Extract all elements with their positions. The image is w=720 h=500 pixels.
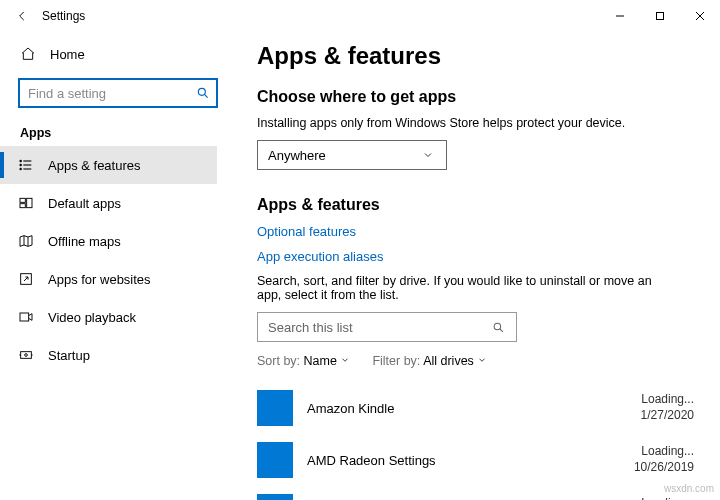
app-status: Loading... — [634, 444, 694, 460]
svg-point-2 — [198, 88, 205, 95]
page-title: Apps & features — [257, 42, 702, 70]
sidebar-item-apps-features[interactable]: Apps & features — [0, 146, 217, 184]
sidebar-item-label: Apps & features — [48, 158, 141, 173]
list-search-placeholder: Search this list — [268, 320, 353, 335]
svg-point-16 — [25, 354, 28, 357]
sidebar-item-apps-websites[interactable]: Apps for websites — [0, 260, 217, 298]
app-status: Loading... — [641, 392, 694, 408]
app-tile-icon — [257, 494, 293, 500]
app-tile-icon — [257, 442, 293, 478]
search-icon — [490, 319, 506, 335]
svg-point-7 — [20, 160, 21, 161]
minimize-button[interactable] — [600, 2, 640, 30]
maximize-button[interactable] — [640, 2, 680, 30]
sidebar-item-label: Offline maps — [48, 234, 121, 249]
app-status: Loading... — [634, 496, 694, 500]
sidebar-item-offline-maps[interactable]: Offline maps — [0, 222, 217, 260]
app-name: Amazon Kindle — [307, 401, 394, 416]
chevron-down-icon — [477, 354, 487, 368]
close-button[interactable] — [680, 2, 720, 30]
choose-heading: Choose where to get apps — [257, 88, 702, 106]
window-buttons — [600, 2, 720, 30]
app-list-search[interactable]: Search this list — [257, 312, 517, 342]
app-date: 1/27/2020 — [641, 408, 694, 424]
watermark: wsxdn.com — [664, 483, 714, 494]
filter-value: All drives — [423, 354, 474, 368]
sidebar-item-label: Video playback — [48, 310, 136, 325]
features-heading: Apps & features — [257, 196, 702, 214]
sidebar-item-home[interactable]: Home — [0, 36, 217, 72]
sort-label: Sort by: — [257, 354, 300, 368]
chevron-down-icon — [340, 354, 350, 368]
sidebar-item-startup[interactable]: Startup — [0, 336, 217, 374]
svg-rect-15 — [21, 352, 32, 359]
filter-label: Filter by: — [372, 354, 420, 368]
svg-rect-1 — [657, 13, 664, 20]
app-name: AMD Radeon Settings — [307, 453, 436, 468]
app-row[interactable]: Amazon Kindle Loading... 1/27/2020 — [257, 382, 702, 434]
home-label: Home — [50, 47, 85, 62]
sidebar-heading: Apps — [0, 122, 217, 146]
sort-value: Name — [304, 354, 337, 368]
search-icon — [196, 85, 210, 101]
app-row[interactable]: Bulk Rename Utility 3.3.1.0 (64-bit) Loa… — [257, 486, 702, 500]
svg-rect-11 — [20, 204, 25, 208]
window-title: Settings — [42, 9, 85, 23]
svg-line-3 — [204, 94, 207, 97]
svg-line-18 — [499, 328, 502, 331]
defaults-icon — [18, 195, 34, 211]
home-icon — [20, 46, 36, 62]
svg-rect-14 — [20, 313, 29, 321]
list-icon — [18, 157, 34, 173]
map-icon — [18, 233, 34, 249]
sidebar-item-video-playback[interactable]: Video playback — [0, 298, 217, 336]
app-tile-icon — [257, 390, 293, 426]
find-setting-search[interactable] — [18, 78, 218, 108]
svg-point-8 — [20, 164, 21, 165]
main-content: Apps & features Choose where to get apps… — [225, 32, 720, 500]
video-icon — [18, 309, 34, 325]
sidebar: Home Apps Apps & features Default apps — [0, 32, 225, 500]
back-button[interactable] — [8, 2, 36, 30]
install-source-dropdown[interactable]: Anywhere — [257, 140, 447, 170]
chevron-down-icon — [420, 147, 436, 163]
filter-by-dropdown[interactable]: Filter by: All drives — [372, 354, 487, 368]
app-date: 10/26/2019 — [634, 460, 694, 476]
svg-point-9 — [20, 168, 21, 169]
sort-filter-bar: Sort by: Name Filter by: All drives — [257, 354, 702, 368]
svg-rect-12 — [27, 198, 32, 207]
app-execution-aliases-link[interactable]: App execution aliases — [257, 249, 702, 264]
arrow-left-icon — [14, 8, 30, 24]
svg-rect-10 — [20, 198, 25, 202]
find-setting-input[interactable] — [28, 86, 196, 101]
sidebar-item-label: Startup — [48, 348, 90, 363]
app-row[interactable]: AMD Radeon Settings Loading... 10/26/201… — [257, 434, 702, 486]
sidebar-item-label: Default apps — [48, 196, 121, 211]
startup-icon — [18, 347, 34, 363]
launch-icon — [18, 271, 34, 287]
sort-by-dropdown[interactable]: Sort by: Name — [257, 354, 350, 368]
optional-features-link[interactable]: Optional features — [257, 224, 702, 239]
search-help-text: Search, sort, and filter by drive. If yo… — [257, 274, 677, 302]
sidebar-item-default-apps[interactable]: Default apps — [0, 184, 217, 222]
svg-point-17 — [494, 323, 501, 330]
titlebar: Settings — [0, 0, 720, 32]
sidebar-item-label: Apps for websites — [48, 272, 151, 287]
install-help: Installing apps only from Windows Store … — [257, 116, 702, 130]
dropdown-value: Anywhere — [268, 148, 326, 163]
